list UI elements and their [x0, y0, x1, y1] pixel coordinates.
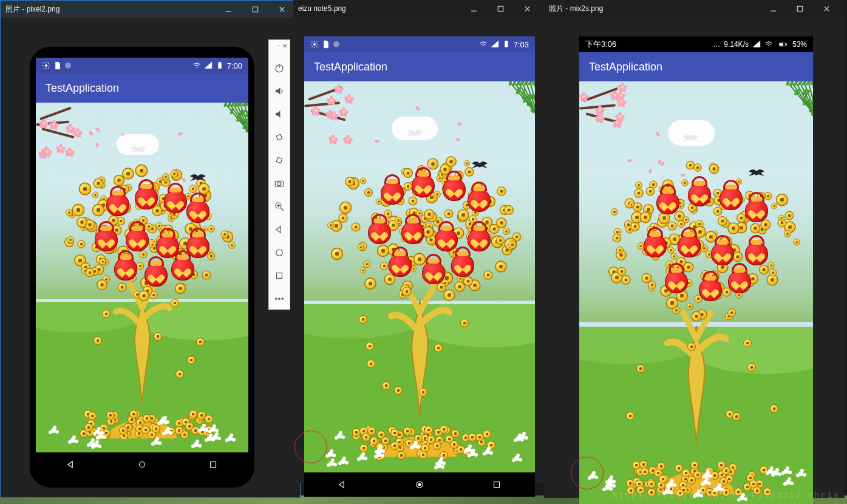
nav-home-button[interactable]	[107, 459, 177, 470]
svg-marker-45	[753, 41, 760, 47]
battery-icon	[216, 61, 224, 70]
overview-square-icon[interactable]	[273, 269, 286, 282]
svg-point-20	[279, 298, 280, 299]
rotate-left-icon[interactable]	[273, 131, 286, 144]
photos-window-pixel2: 照片 - pixel2.png − ✕	[0, 0, 301, 498]
dot-icon	[65, 63, 71, 69]
battery-icon	[777, 40, 789, 49]
statusbar-time: 7:00	[227, 61, 242, 70]
settings-icon	[310, 40, 319, 49]
battery-icon	[502, 40, 511, 49]
statusbar-netspeed: 9.14K/s	[724, 40, 749, 49]
close-button[interactable]	[514, 0, 540, 17]
zoom-icon[interactable]	[273, 200, 286, 213]
svg-marker-7	[276, 111, 281, 118]
nav-home-button[interactable]	[381, 479, 457, 490]
window-title: eizu note5.png	[298, 4, 346, 13]
phone-screen: 下午3:06 … 9.14K/s 53% TestApplication	[579, 36, 813, 504]
svg-point-27	[139, 462, 145, 468]
svg-marker-26	[68, 461, 73, 468]
app-bar: TestApplication	[579, 52, 813, 81]
maximize-button[interactable]	[487, 0, 514, 17]
maximize-button[interactable]	[786, 0, 813, 17]
android-statusbar: 7:00	[36, 58, 248, 73]
svg-rect-47	[780, 44, 783, 46]
titlebar[interactable]: 照片 - pixel2.png	[1, 1, 300, 18]
svg-marker-37	[339, 482, 344, 488]
app-content	[579, 81, 813, 504]
nav-overview-button[interactable]	[458, 479, 534, 490]
signal-icon	[752, 40, 761, 49]
svg-point-33	[313, 43, 316, 46]
svg-marker-16	[276, 226, 281, 233]
phone-screen: 7:03 TestApplication	[304, 36, 535, 497]
svg-rect-18	[277, 273, 282, 279]
back-icon[interactable]	[273, 223, 286, 236]
nav-back-button[interactable]	[305, 479, 381, 490]
wifi-icon	[192, 61, 201, 70]
svg-rect-8	[276, 134, 282, 140]
window-title: 照片 - pixel2.png	[5, 4, 60, 15]
svg-point-17	[276, 250, 283, 256]
statusbar-time: 7:03	[514, 40, 529, 49]
volume-down-icon[interactable]	[273, 107, 286, 121]
app-title: TestApplication	[314, 61, 387, 73]
minimize-button[interactable]	[760, 0, 786, 17]
nav-back-button[interactable]	[36, 459, 107, 470]
app-content	[36, 103, 248, 452]
phone-screen: 7:00 TestApplication	[36, 58, 248, 477]
rotate-right-icon[interactable]	[273, 154, 286, 167]
volume-up-icon[interactable]	[273, 84, 286, 98]
power-icon[interactable]	[273, 61, 286, 75]
svg-rect-30	[498, 6, 503, 11]
titlebar[interactable]: eizu note5.png	[293, 0, 545, 17]
miui-statusbar: 下午3:06 … 9.14K/s 53%	[579, 36, 813, 52]
minimize-button[interactable]	[460, 0, 487, 17]
svg-point-21	[282, 298, 283, 299]
svg-marker-34	[491, 41, 498, 47]
close-button[interactable]	[268, 1, 295, 18]
statusbar-time-left: 下午3:06	[585, 39, 616, 50]
svg-rect-28	[210, 462, 216, 468]
camera-icon[interactable]	[273, 177, 286, 190]
statusbar-battery: 53%	[792, 40, 807, 49]
dot-icon	[333, 41, 339, 47]
svg-line-13	[281, 208, 284, 211]
signal-icon	[204, 61, 213, 70]
photos-window-meizu: eizu note5.png 7:03	[293, 0, 545, 483]
app-title: TestApplication	[46, 82, 119, 95]
svg-point-22	[45, 64, 47, 67]
svg-marker-6	[276, 87, 281, 95]
app-title: TestApplication	[589, 61, 662, 73]
wifi-icon	[764, 40, 773, 49]
settings-icon	[42, 61, 50, 70]
close-button[interactable]	[813, 0, 840, 17]
svg-rect-1	[253, 7, 257, 12]
svg-rect-36	[506, 41, 507, 41]
photos-window-mix2s: 照片 - mix2s.png 下午3:06 … 9.14K/s 53%	[544, 0, 845, 498]
phone-frame: 7:00 TestApplication	[30, 47, 254, 488]
android-navbar	[304, 472, 535, 497]
android-navbar	[36, 452, 248, 477]
signal-icon	[491, 40, 499, 49]
titlebar[interactable]: 照片 - mix2s.png	[544, 0, 845, 17]
sim-icon	[322, 40, 330, 49]
app-bar: TestApplication	[304, 52, 535, 81]
home-circle-icon[interactable]	[273, 246, 286, 259]
nav-overview-button[interactable]	[178, 459, 248, 470]
svg-point-11	[277, 182, 281, 186]
emulator-close-icon[interactable]: − ✕	[277, 43, 287, 49]
svg-rect-25	[219, 62, 220, 63]
svg-point-19	[276, 298, 277, 299]
wifi-icon	[479, 40, 488, 49]
emulator-toolbar: − ✕	[268, 39, 290, 310]
sim-icon	[53, 61, 62, 70]
more-icon[interactable]	[273, 292, 286, 305]
maximize-button[interactable]	[242, 1, 268, 18]
window-title: 照片 - mix2s.png	[549, 4, 603, 14]
app-bar: TestApplication	[36, 73, 248, 103]
svg-marker-23	[205, 62, 212, 69]
minimize-button[interactable]	[215, 1, 242, 18]
svg-rect-24	[218, 63, 221, 68]
android-statusbar: 7:03	[304, 36, 535, 52]
